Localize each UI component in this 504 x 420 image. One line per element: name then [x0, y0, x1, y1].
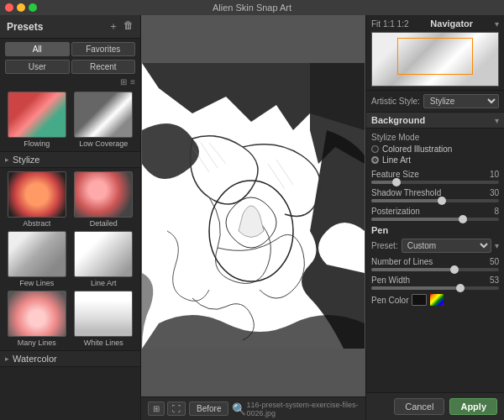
preset-label-detailed: Detailed — [90, 219, 118, 228]
navigator-viewport-rect — [397, 38, 473, 75]
manage-presets-icon[interactable]: 🗑 — [123, 19, 134, 34]
pen-preset-label: Preset: — [371, 241, 398, 250]
add-preset-icon[interactable]: ＋ — [108, 19, 118, 34]
preset-label-lowcoverage: Low Coverage — [79, 139, 128, 148]
header-icons: ＋ 🗑 — [108, 19, 134, 34]
maximize-button[interactable] — [29, 3, 37, 12]
view-icons: ⊞ ≡ — [0, 77, 140, 88]
background-label: Background — [371, 115, 425, 125]
preset-label-lineart: Line Art — [91, 279, 117, 287]
app-title: Alien Skin Snap Art — [213, 3, 291, 13]
preset-abstract[interactable]: Abstract — [5, 171, 69, 228]
preset-label-flowing: Flowing — [24, 139, 50, 148]
posterization-track[interactable] — [371, 218, 499, 221]
stylize-section-label: Stylize — [13, 155, 39, 165]
preset-thumb-flowing — [8, 92, 66, 138]
presets-header: Presets ＋ 🗑 — [0, 15, 140, 39]
pen-width-label: Pen Width — [371, 276, 410, 285]
radio-lineart-icon — [371, 156, 379, 164]
tab-favorites[interactable]: Favorites — [71, 42, 136, 56]
posterization-row: Posterization 8 — [371, 207, 499, 221]
feature-size-thumb[interactable] — [392, 178, 401, 186]
pen-preset-row: Preset: Custom ▾ — [371, 239, 499, 253]
radio-colored-icon — [371, 145, 379, 153]
preset-lineart[interactable]: Line Art — [72, 231, 136, 287]
list-view-icon[interactable]: ≡ — [130, 77, 135, 87]
pen-preset-select[interactable]: Custom — [402, 239, 491, 253]
action-bar: Cancel Apply — [366, 392, 504, 420]
num-lines-thumb[interactable] — [450, 265, 459, 274]
preset-thumb-manylines — [8, 291, 66, 337]
background-collapse-icon[interactable]: ▾ — [495, 116, 499, 125]
num-lines-track[interactable] — [371, 268, 499, 271]
pen-width-thumb[interactable] — [456, 284, 465, 292]
stylize-mode-group: Stylize Mode Colored Illustration Line A… — [371, 133, 499, 165]
pen-width-track[interactable] — [371, 286, 499, 290]
radio-colored-label: Colored Illustration — [382, 144, 452, 154]
stylize-mode-label: Stylize Mode — [371, 133, 499, 142]
grid-icon[interactable]: ⊞ — [148, 402, 165, 416]
pen-preset-menu-icon[interactable]: ▾ — [495, 241, 499, 250]
top-preset-grid: Flowing Low Coverage — [0, 88, 140, 151]
preset-fewlines[interactable]: Few Lines — [5, 231, 69, 287]
feature-size-track[interactable] — [371, 181, 499, 184]
fullscreen-icon[interactable]: ⛶ — [167, 402, 186, 416]
preset-label-fewlines: Few Lines — [19, 279, 54, 287]
close-button[interactable] — [5, 3, 13, 12]
navigator-title: Navigator — [430, 18, 473, 29]
nav-header: Fit 1:1 1:2 Navigator ▾ — [371, 18, 499, 29]
preset-thumb-abstract — [8, 171, 66, 218]
shadow-threshold-row: Shadow Threshold 30 — [371, 188, 499, 202]
right-panel: Fit 1:1 1:2 Navigator ▾ Artistic Style: … — [365, 15, 504, 420]
grid-view-icon[interactable]: ⊞ — [120, 77, 127, 87]
before-button[interactable]: Before — [189, 402, 228, 416]
window-controls — [5, 3, 37, 12]
tab-all[interactable]: All — [5, 42, 70, 56]
nav-fit-label: Fit 1:1 1:2 — [371, 19, 408, 29]
filename-text: 116-preset-system-exercise-files-0026.jp… — [246, 401, 359, 417]
shadow-threshold-value: 30 — [490, 188, 499, 197]
posterization-value: 8 — [494, 207, 499, 216]
preset-thumb-detailed — [74, 171, 133, 218]
preset-detailed[interactable]: Detailed — [72, 171, 136, 228]
pen-color-swatch[interactable] — [412, 294, 427, 306]
tab-recent[interactable]: Recent — [71, 60, 136, 74]
preset-lowcoverage[interactable]: Low Coverage — [72, 92, 136, 148]
radio-colored-illustration[interactable]: Colored Illustration — [371, 144, 499, 154]
minimize-button[interactable] — [17, 3, 25, 12]
settings-scroll: Stylize Mode Colored Illustration Line A… — [366, 129, 504, 392]
tab-user[interactable]: User — [5, 60, 70, 74]
canvas-area — [141, 15, 365, 396]
num-lines-row: Number of Lines 50 — [371, 257, 499, 271]
color-picker-icon[interactable] — [430, 294, 444, 306]
navigator-thumbnail — [371, 32, 499, 87]
pen-title: Pen — [371, 225, 499, 235]
sketch-svg — [142, 63, 365, 349]
preset-whitelines[interactable]: White Lines — [72, 291, 136, 347]
canvas-image — [142, 63, 365, 349]
radio-line-art[interactable]: Line Art — [371, 155, 499, 165]
preset-flowing[interactable]: Flowing — [5, 92, 69, 148]
shadow-threshold-track[interactable] — [371, 199, 499, 202]
section-watercolor[interactable]: ▸ Watercolor — [0, 350, 140, 367]
pen-width-fill — [371, 286, 460, 290]
shadow-threshold-thumb[interactable] — [438, 197, 446, 205]
titlebar: Alien Skin Snap Art — [0, 0, 504, 15]
pen-color-row: Pen Color — [371, 294, 499, 306]
presets-title: Presets — [7, 21, 43, 33]
navigator-menu-icon[interactable]: ▾ — [495, 19, 499, 29]
watercolor-arrow-icon: ▸ — [5, 354, 9, 363]
pen-width-value: 53 — [490, 276, 499, 285]
preset-tabs: All Favorites — [0, 39, 140, 60]
posterization-thumb[interactable] — [459, 215, 467, 223]
apply-button[interactable]: Apply — [449, 398, 497, 415]
preset-thumb-whitelines — [74, 291, 133, 337]
section-stylize[interactable]: ▸ Stylize — [0, 151, 140, 168]
cancel-button[interactable]: Cancel — [394, 398, 444, 415]
artistic-style-select[interactable]: Stylize — [423, 94, 499, 108]
center-area: ⊞ ⛶ Before 🔍 116-preset-system-exercise-… — [141, 15, 365, 420]
radio-lineart-label: Line Art — [382, 155, 411, 165]
preset-manylines[interactable]: Many Lines — [5, 291, 69, 347]
stylize-arrow-icon: ▸ — [5, 155, 9, 164]
zoom-in-icon[interactable]: 🔍 — [232, 402, 246, 416]
